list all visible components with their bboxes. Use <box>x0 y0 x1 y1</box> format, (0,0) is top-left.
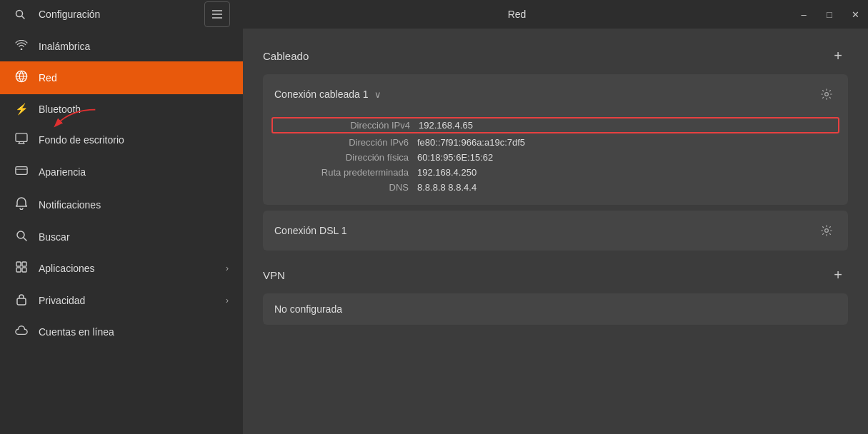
wired-connection-card-2: Conexión DSL 1 <box>263 211 848 251</box>
search-button[interactable] <box>7 1 33 27</box>
sidebar-item-label: Buscar <box>39 231 70 243</box>
globe-icon <box>14 70 29 86</box>
gear-button-2[interactable] <box>817 221 837 241</box>
minimize-button[interactable]: – <box>791 0 817 29</box>
cloud-icon <box>14 326 29 338</box>
sidebar-item-label: Apariencia <box>39 166 86 178</box>
svg-rect-19 <box>22 262 26 266</box>
gateway-row: Ruta predeterminada 192.168.4.250 <box>274 165 837 180</box>
titlebar-right: – □ ✕ <box>791 0 868 29</box>
gateway-label: Ruta predeterminada <box>274 167 417 178</box>
bell-icon <box>14 197 29 213</box>
sidebar-item-aplicaciones[interactable]: Aplicaciones › <box>0 253 243 284</box>
ipv6-value: fe80::7f91:966a:a19c:7df5 <box>417 137 525 148</box>
gateway-value: 192.168.4.250 <box>417 167 477 178</box>
gear-button-1[interactable] <box>817 84 837 104</box>
ipv4-row: Dirección IPv4 192.168.4.65 <box>271 117 839 133</box>
ipv4-value: 192.168.4.65 <box>419 120 473 131</box>
svg-point-23 <box>825 93 829 96</box>
maximize-button[interactable]: □ <box>817 0 842 29</box>
menu-button[interactable] <box>204 1 230 27</box>
ipv6-label: Dirección IPv6 <box>274 137 417 148</box>
ipv6-row: Dirección IPv6 fe80::7f91:966a:a19c:7df5 <box>274 135 837 150</box>
window-title: Red <box>508 9 527 20</box>
vpn-no-config-label: No configurada <box>274 303 342 315</box>
svg-line-17 <box>24 238 26 241</box>
mac-row: Dirección física 60:18:95:6E:15:62 <box>274 150 837 165</box>
chevron-right-icon: › <box>226 263 229 273</box>
vpn-no-config-card: No configurada <box>263 293 848 325</box>
add-wired-button[interactable]: + <box>828 46 848 66</box>
mac-value: 60:18:95:6E:15:62 <box>417 152 493 163</box>
bluetooth-icon: ⚡ <box>14 103 29 116</box>
close-button[interactable]: ✕ <box>842 0 868 29</box>
titlebar-left: Configuración <box>0 1 243 27</box>
dns-value: 8.8.8.8 8.8.4.4 <box>417 182 477 193</box>
sidebar-item-fondo[interactable]: Fondo de escritorio <box>0 124 243 156</box>
connection-row-2: Conexión DSL 1 <box>263 211 848 251</box>
sidebar-title: Configuración <box>39 9 100 20</box>
wifi-icon <box>14 40 29 53</box>
vpn-section-title: VPN <box>263 269 285 281</box>
sidebar-item-red[interactable]: Red <box>0 61 243 94</box>
svg-rect-14 <box>16 167 27 175</box>
svg-rect-18 <box>16 262 21 266</box>
svg-point-24 <box>825 229 829 233</box>
svg-line-1 <box>22 16 25 19</box>
add-vpn-button[interactable]: + <box>828 265 848 285</box>
sidebar-item-privacidad[interactable]: Privacidad › <box>0 284 243 317</box>
sidebar-item-label: Fondo de escritorio <box>39 134 124 146</box>
content-area: Cableado + Conexión cableada 1 ∨ Direcc <box>243 29 868 434</box>
sidebar-item-label: Inalámbrica <box>39 41 90 52</box>
connection-name-2: Conexión DSL 1 <box>274 225 346 236</box>
palette-icon <box>14 164 29 180</box>
search-icon <box>14 230 29 244</box>
titlebar: Configuración Red – □ ✕ <box>0 0 868 29</box>
sidebar-item-label: Notificaciones <box>39 199 101 211</box>
svg-rect-10 <box>16 133 27 142</box>
sidebar-item-label: Bluetooth <box>39 104 81 115</box>
sidebar-item-bluetooth[interactable]: ⚡ Bluetooth <box>0 94 243 124</box>
svg-rect-21 <box>22 268 26 272</box>
svg-rect-22 <box>17 298 26 305</box>
dns-row: DNS 8.8.8.8 8.8.4.4 <box>274 180 837 195</box>
sidebar-item-inalambrica[interactable]: Inalámbrica <box>0 31 243 61</box>
chevron-right-icon: › <box>226 296 229 306</box>
wired-connection-card-1: Conexión cableada 1 ∨ Dirección IPv4 192… <box>263 74 848 205</box>
sidebar-item-apariencia[interactable]: Apariencia <box>0 156 243 188</box>
ipv4-label: Dirección IPv4 <box>276 120 419 131</box>
main-area: Inalámbrica Red ⚡ Bluetooth <box>0 29 868 434</box>
connection-row-1: Conexión cableada 1 ∨ <box>263 74 848 114</box>
sidebar-item-label: Aplicaciones <box>39 263 95 274</box>
connection-details-1: Dirección IPv4 192.168.4.65 Dirección IP… <box>263 114 848 205</box>
grid-icon <box>14 261 29 276</box>
sidebar-item-cuentas[interactable]: Cuentas en línea <box>0 317 243 347</box>
vpn-section-header: VPN + <box>263 265 848 285</box>
connection-name-1: Conexión cableada 1 <box>274 89 369 100</box>
svg-rect-20 <box>16 268 21 272</box>
monitor-icon <box>14 133 29 147</box>
wired-section-header: Cableado + <box>263 46 848 66</box>
sidebar-item-notificaciones[interactable]: Notificaciones <box>0 188 243 221</box>
sidebar: Inalámbrica Red ⚡ Bluetooth <box>0 29 243 434</box>
sidebar-item-label: Cuentas en línea <box>39 326 114 338</box>
titlebar-center: Red <box>243 9 791 20</box>
wired-section-title: Cableado <box>263 50 309 62</box>
sidebar-item-buscar[interactable]: Buscar <box>0 221 243 253</box>
mac-label: Dirección física <box>274 152 417 163</box>
dns-label: DNS <box>274 182 417 193</box>
sidebar-item-label: Red <box>39 72 57 84</box>
lock-icon <box>14 293 29 308</box>
sidebar-item-label: Privacidad <box>39 295 85 306</box>
chevron-down-icon-1[interactable]: ∨ <box>374 89 381 100</box>
